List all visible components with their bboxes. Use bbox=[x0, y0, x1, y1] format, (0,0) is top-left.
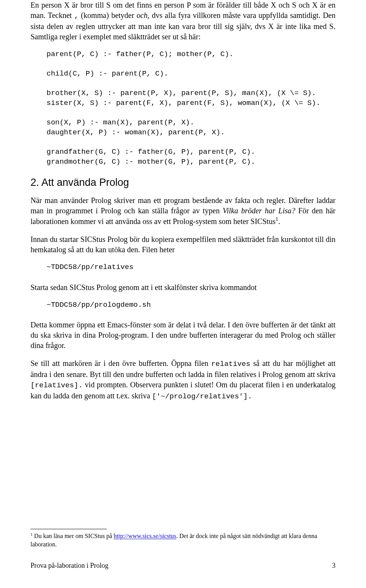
text: Se till att markören är i den övre buffe… bbox=[30, 359, 211, 367]
paragraph-cursor: Se till att markören är i den övre buffe… bbox=[30, 358, 336, 401]
text: . bbox=[278, 217, 280, 226]
footnote-link[interactable]: http://www.sics.se/sicstus bbox=[114, 533, 176, 540]
footnote-marker: 1 bbox=[276, 216, 278, 222]
section-heading: 2. Att använda Prolog bbox=[30, 177, 336, 188]
code-block-path2: ~TDDC58/pp/prologdemo.sh bbox=[47, 300, 336, 310]
text: Du kan läsa mer om SICStus på bbox=[33, 533, 114, 540]
inline-code-load-relatives: [relatives]. bbox=[30, 381, 83, 390]
italic-question: Vilka bröder har Lisa? bbox=[223, 206, 295, 215]
footer-area: 1 Du kan läsa mer om SICStus på http://w… bbox=[30, 514, 336, 570]
comma-symbol: , bbox=[74, 12, 79, 20]
text: (komma) betyder bbox=[79, 11, 136, 19]
paragraph-usage: När man använder Prolog skriver man ett … bbox=[30, 195, 336, 227]
code-block-path1: ~TDDC58/pp/relatives bbox=[47, 263, 336, 272]
inline-code-relatives: relatives bbox=[211, 360, 250, 368]
footer-page-number: 3 bbox=[332, 562, 336, 570]
paragraph-emacs: Detta kommer öppna ett Emacs-fönster som… bbox=[30, 320, 336, 351]
paragraph-start: Starta sedan SICStus Prolog genom att i … bbox=[30, 282, 336, 293]
page-footer: Prova på-laboration i Prolog 3 bbox=[30, 562, 336, 570]
paragraph-copy-file: Innan du startar SICStus Prolog bör du k… bbox=[30, 234, 336, 255]
footer-title: Prova på-laboration i Prolog bbox=[30, 562, 108, 570]
code-block-rules: parent(P, C) :- father(P, C); mother(P, … bbox=[47, 50, 336, 167]
footnote-separator bbox=[30, 529, 107, 529]
document-page: En person X är bror till S om det finns … bbox=[0, 0, 366, 588]
inline-code-load-path: ['~/prolog/relatives']. bbox=[152, 392, 252, 401]
paragraph-intro: En person X är bror till S om det finns … bbox=[30, 0, 336, 42]
footnote-text: 1 Du kan läsa mer om SICStus på http://w… bbox=[30, 532, 336, 549]
main-content: En person X är bror till S om det finns … bbox=[30, 0, 336, 409]
italic-och: och bbox=[136, 11, 148, 19]
